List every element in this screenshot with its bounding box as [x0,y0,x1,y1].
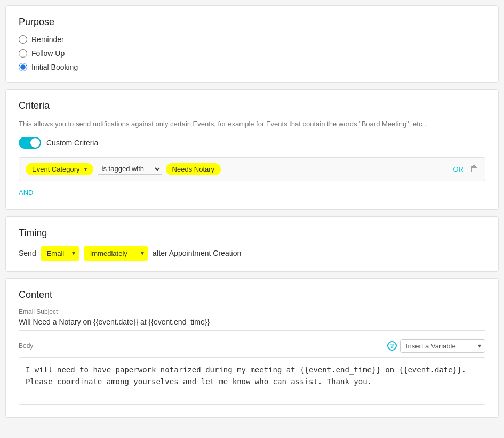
insert-variable-row: ? Insert a Variable {{event.date}} {{eve… [387,339,485,353]
after-text: after Appointment Creation [153,249,242,257]
purpose-card: Purpose Reminder Follow Up Initial Booki… [5,5,499,83]
radio-item-initial-booking[interactable]: Initial Booking [19,63,485,71]
content-title: Content [19,289,485,301]
criteria-row: Event Category ▾ is tagged with Needs No… [19,157,485,181]
criteria-description: This allows you to send notifications ag… [19,119,485,129]
email-subject-value: Will Need a Notary on {{event.date}} at … [19,318,485,331]
send-label: Send [19,249,36,257]
event-category-chevron: ▾ [84,166,87,172]
insert-variable-select[interactable]: Insert a Variable {{event.date}} {{event… [400,339,485,353]
timing-title: Timing [19,228,485,239]
radio-follow-up[interactable] [19,49,27,58]
needs-notary-label: Needs Notary [172,165,214,173]
custom-criteria-toggle-row: Custom Criteria [19,137,485,149]
criteria-title: Criteria [19,100,485,111]
toggle-slider [19,137,41,149]
toggle-label: Custom Criteria [46,139,98,147]
radio-reminder[interactable] [19,35,27,44]
event-category-label: Event Category [32,165,80,173]
criteria-value-input[interactable] [225,164,449,174]
event-category-pill[interactable]: Event Category ▾ [26,163,93,175]
radio-label-reminder: Reminder [31,35,64,44]
radio-item-follow-up[interactable]: Follow Up [19,49,485,58]
channel-select[interactable]: Email SMS Both [41,246,79,261]
radio-item-reminder[interactable]: Reminder [19,35,485,44]
timing-when-select[interactable]: Immediately 1 Hour Before 1 Day Before [84,246,148,261]
body-label: Body [19,342,33,350]
purpose-title: Purpose [19,17,485,28]
delete-criteria-button[interactable]: 🗑 [470,164,478,174]
help-icon[interactable]: ? [387,341,397,351]
content-card: Content Email Subject Will Need a Notary… [5,278,499,418]
timing-card: Timing Send Email SMS Both Immediately 1… [5,216,499,272]
timing-row: Send Email SMS Both Immediately 1 Hour B… [19,246,485,261]
body-textarea[interactable]: I will need to have paperwork notarized … [19,357,485,405]
or-label[interactable]: OR [453,165,464,173]
radio-label-initial-booking: Initial Booking [31,63,78,71]
body-header: Body ? Insert a Variable {{event.date}} … [19,339,485,353]
insert-variable-wrapper: Insert a Variable {{event.date}} {{event… [400,339,485,353]
email-subject-label: Email Subject [19,308,485,315]
custom-criteria-toggle[interactable] [19,137,41,149]
timing-select-wrapper: Immediately 1 Hour Before 1 Day Before [84,246,148,261]
channel-select-wrapper: Email SMS Both [41,246,79,261]
radio-initial-booking[interactable] [19,63,27,71]
purpose-radio-group: Reminder Follow Up Initial Booking [19,35,485,71]
radio-label-follow-up: Follow Up [31,49,65,58]
and-button[interactable]: AND [19,186,33,199]
needs-notary-pill[interactable]: Needs Notary [166,163,221,175]
criteria-card: Criteria This allows you to send notific… [5,89,499,210]
operator-select[interactable]: is tagged with [98,163,162,175]
